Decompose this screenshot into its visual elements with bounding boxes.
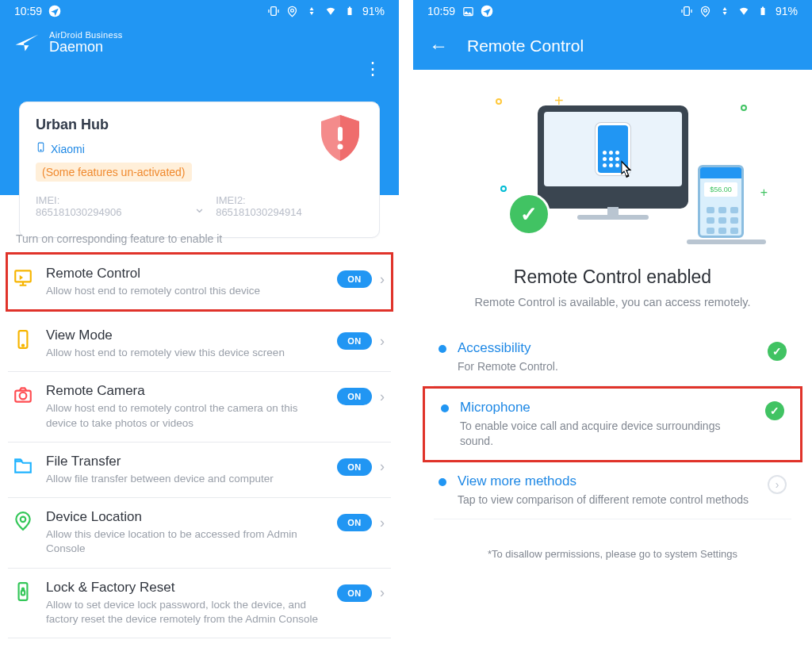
svg-point-6 xyxy=(40,150,41,151)
feature-title: Remote Camera xyxy=(46,383,324,399)
status-time: 10:59 xyxy=(427,5,455,17)
chevron-right-icon: › xyxy=(380,271,385,288)
warning-banner: (Some features un-activated) xyxy=(36,163,192,182)
terminal-icon: $56.00 xyxy=(698,165,744,238)
image-icon xyxy=(462,5,474,17)
svg-rect-21 xyxy=(760,8,764,15)
feature-icon xyxy=(13,455,33,476)
feature-desc: Allow host end to remotely control this … xyxy=(46,284,324,298)
permission-microphone[interactable]: Microphone To enable voice call and acqu… xyxy=(423,386,802,462)
status-battery: 91% xyxy=(776,5,798,17)
app-name-top: AirDroid Business xyxy=(49,30,123,40)
feature-row-remote-control[interactable]: Remote Control Allow host end to remotel… xyxy=(6,252,393,312)
chevron-right-circle-icon[interactable]: › xyxy=(768,475,787,494)
imei2-value: 865181030294914 xyxy=(216,206,363,218)
svg-point-13 xyxy=(20,393,27,400)
remote-control-subtitle: Remote Control is available, you can acc… xyxy=(413,296,812,308)
svg-rect-9 xyxy=(15,270,31,282)
toggle-on-badge[interactable]: ON xyxy=(337,332,372,350)
status-bar: 10:59 91% xyxy=(0,0,399,22)
phone-right: 10:59 91% ← Remote Control + + xyxy=(413,0,812,659)
feature-icon xyxy=(13,329,33,350)
toggle-on-badge[interactable]: ON xyxy=(337,270,372,288)
svg-rect-7 xyxy=(338,127,343,141)
bullet-icon xyxy=(439,345,446,353)
feature-title: View Mode xyxy=(46,328,324,343)
permission-title: Accessibility xyxy=(458,340,756,356)
status-bar: 10:59 91% xyxy=(413,0,812,22)
svg-rect-22 xyxy=(762,7,764,9)
toggle-on-badge[interactable]: ON xyxy=(337,514,372,531)
send-icon xyxy=(481,5,493,17)
toggle-on-badge[interactable]: ON xyxy=(337,458,372,476)
toggle-on-badge[interactable]: ON xyxy=(337,584,372,602)
airdroid-logo-icon xyxy=(14,33,40,53)
permission-accessibility[interactable]: Accessibility For Remote Control. ✓ xyxy=(434,329,791,386)
permission-desc: For Remote Control. xyxy=(458,359,756,374)
toggle-on-badge[interactable]: ON xyxy=(337,388,372,405)
feature-row-device-location[interactable]: Device Location Allow this device locati… xyxy=(8,498,391,568)
svg-rect-3 xyxy=(347,8,351,15)
status-battery: 91% xyxy=(362,5,385,17)
permission-title: View more methods xyxy=(458,473,756,489)
feature-icon xyxy=(13,267,33,288)
status-time: 10:59 xyxy=(14,5,42,17)
feature-title: Remote Control xyxy=(46,266,324,282)
more-menu-icon[interactable]: ⋮ xyxy=(364,59,381,79)
location-icon xyxy=(699,5,712,17)
header-title: Remote Control xyxy=(467,36,584,56)
feature-title: Lock & Factory Reset xyxy=(46,580,324,596)
device-name: Urban Hub xyxy=(36,117,363,133)
bullet-icon xyxy=(441,404,449,412)
feature-row-remote-camera[interactable]: Remote Camera Allow host end to remotely… xyxy=(8,372,391,442)
imei1-value: 865181030294906 xyxy=(36,206,183,218)
feature-row-file-transfer[interactable]: File Transfer Allow file transfer betwee… xyxy=(8,443,391,498)
check-icon: ✓ xyxy=(768,342,787,361)
feature-desc: Allow this device location to be accesse… xyxy=(46,527,324,556)
chevron-right-icon: › xyxy=(380,333,385,350)
feature-row-lock-factory-reset[interactable]: Lock & Factory Reset Allow to set device… xyxy=(8,569,391,638)
feature-desc: Allow file transfer between device and c… xyxy=(46,472,324,486)
feature-title: Device Location xyxy=(46,509,324,525)
remote-control-header: ← Remote Control xyxy=(413,22,812,70)
permission-desc: Tap to view comparison of different remo… xyxy=(458,492,756,508)
wifi-icon xyxy=(324,5,337,17)
feature-desc: Allow host end to remotely control the c… xyxy=(46,401,324,430)
chevron-right-icon: › xyxy=(380,515,385,531)
chevron-right-icon: › xyxy=(380,389,385,405)
feature-row-view-mode[interactable]: View Mode Allow host end to remotely vie… xyxy=(8,316,391,372)
vibrate-icon xyxy=(267,5,280,17)
svg-point-8 xyxy=(338,144,343,150)
svg-rect-1 xyxy=(271,7,277,16)
imei-section: IMEI: 865181030294906 ⌄ IMEI2: 865181030… xyxy=(36,194,363,218)
chevron-right-icon: › xyxy=(380,584,385,601)
feature-desc: Allow host end to remotely view this dev… xyxy=(46,346,324,360)
success-check-icon: ✓ xyxy=(510,195,548,233)
data-icon xyxy=(718,5,731,17)
feature-desc: Allow to set device lock password, lock … xyxy=(46,598,324,626)
footnote: *To disallow permissions, please go to s… xyxy=(413,548,812,560)
phone-left: 10:59 91% AirDroid Business Daemon ⋮ xyxy=(0,0,399,659)
check-icon: ✓ xyxy=(765,401,784,420)
imei1-label: IMEI: xyxy=(36,194,183,206)
svg-point-11 xyxy=(22,345,24,347)
dot-decoration-icon xyxy=(496,98,502,105)
svg-point-20 xyxy=(704,9,707,12)
vibrate-icon xyxy=(680,5,693,17)
device-brand: Xiaomi xyxy=(51,143,85,155)
expand-chevron-icon[interactable]: ⌄ xyxy=(193,199,205,216)
svg-rect-16 xyxy=(21,590,25,594)
svg-rect-4 xyxy=(349,7,350,9)
shield-warning-icon xyxy=(319,113,362,163)
permission-title: Microphone xyxy=(460,400,754,416)
app-header: AirDroid Business Daemon ⋮ Urban Hub Xia… xyxy=(0,22,399,195)
svg-point-2 xyxy=(291,9,294,12)
back-arrow-icon[interactable]: ← xyxy=(429,36,448,56)
bullet-icon xyxy=(439,478,446,486)
permission-view-more-methods[interactable]: View more methods Tap to view comparison… xyxy=(434,462,791,519)
location-icon xyxy=(286,5,299,17)
imei2-label: IMEI2: xyxy=(216,194,363,206)
feature-icon xyxy=(13,581,33,602)
features-hint: Turn on corresponding feature to enable … xyxy=(16,232,383,245)
plus-decoration-icon: + xyxy=(760,186,768,200)
